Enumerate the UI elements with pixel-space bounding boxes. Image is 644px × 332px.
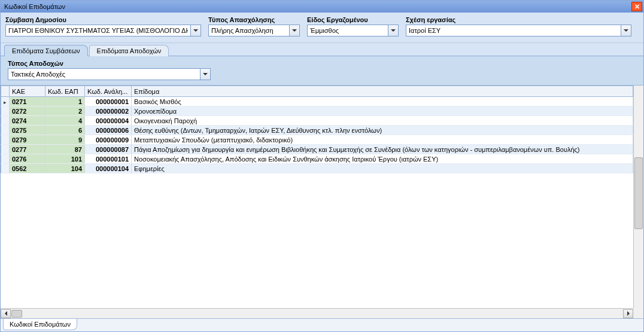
row-indicator	[1, 116, 10, 126]
table-row[interactable]: 02711000000001Βασικός Μισθός	[1, 97, 633, 106]
row-indicator	[1, 154, 10, 164]
col-anal[interactable]: Κωδ. Ανάλη...	[85, 86, 132, 97]
table-row[interactable]: 0276101000000101Νοσοκομειακής Απασχόληση…	[1, 154, 633, 164]
vertical-scrollbar[interactable]	[633, 86, 643, 308]
cell-eap[interactable]: 101	[45, 154, 85, 164]
cell-epidoma[interactable]: Βασικός Μισθός	[132, 97, 633, 106]
cell-anal[interactable]: 000000009	[85, 135, 132, 145]
table-row[interactable]: 027787000000087Πάγια Αποζημίωση για δημι…	[1, 145, 633, 154]
close-button[interactable]: ✕	[631, 2, 642, 11]
contract-combo[interactable]	[5, 25, 191, 36]
cell-eap[interactable]: 87	[45, 145, 85, 154]
cell-anal[interactable]: 000000002	[85, 106, 132, 116]
cell-kae[interactable]: 0279	[10, 135, 45, 145]
empkind-combo[interactable]	[307, 25, 388, 36]
cell-anal[interactable]: 000000001	[85, 97, 132, 106]
emptype-label: Τύπος Απασχόλησης	[208, 16, 300, 23]
scroll-corner	[633, 308, 643, 318]
cell-epidoma[interactable]: Οικογενειακή Παροχή	[132, 116, 633, 126]
horizontal-scrollbar[interactable]	[1, 308, 633, 318]
cell-anal[interactable]: 000000087	[85, 145, 132, 154]
cell-anal[interactable]: 000000004	[85, 116, 132, 126]
chevron-down-icon[interactable]	[201, 68, 211, 80]
cell-epidoma[interactable]: Πάγια Αποζημίωση για δημιουργία και ενημ…	[132, 145, 633, 154]
cell-anal[interactable]: 000000104	[85, 164, 132, 173]
row-indicator	[1, 145, 10, 154]
cell-eap[interactable]: 9	[45, 135, 85, 145]
chevron-down-icon[interactable]	[191, 25, 201, 36]
cell-epidoma[interactable]: Εφημερίες	[132, 164, 633, 173]
cell-kae[interactable]: 0562	[10, 164, 45, 173]
scroll-left-icon[interactable]	[1, 309, 11, 318]
tab-contracts[interactable]: Επιδόματα Συμβάσεων	[4, 45, 88, 56]
table-row[interactable]: 02799000000009Μεταπτυχιακών Σπουδών (μετ…	[1, 135, 633, 145]
row-indicator	[1, 106, 10, 116]
col-kae[interactable]: ΚΑΕ	[10, 86, 45, 97]
cell-kae[interactable]: 0272	[10, 106, 45, 116]
grid-area: ΚΑΕ Κωδ. ΕΑΠ Κωδ. Ανάλη... Επίδομα 02711…	[1, 86, 643, 318]
empkind-label: Είδος Εργαζομένου	[307, 16, 399, 23]
cell-anal[interactable]: 000000101	[85, 154, 132, 164]
sub-panel: Τύπος Αποδοχών	[1, 56, 643, 86]
window-title: Κωδικοί Επιδομάτων	[4, 3, 65, 10]
table-row[interactable]: 0562104000000104Εφημερίες	[1, 164, 633, 173]
cell-kae[interactable]: 0271	[10, 97, 45, 106]
scrollbar-thumb[interactable]	[11, 310, 22, 318]
bottom-tab-row: Κωδικοί Επιδομάτων	[1, 318, 643, 331]
cell-epidoma[interactable]: Χρονοεπίδομα	[132, 106, 633, 116]
row-indicator	[1, 135, 10, 145]
relation-combo[interactable]	[406, 25, 621, 36]
cell-epidoma[interactable]: Θέσης ευθύνης (Δντων, Τμηματαρχών, Ιατρώ…	[132, 126, 633, 135]
col-epidoma[interactable]: Επίδομα	[132, 86, 633, 97]
cell-anal[interactable]: 000000006	[85, 126, 132, 135]
table-row[interactable]: 02756000000006Θέσης ευθύνης (Δντων, Τμημ…	[1, 126, 633, 135]
chevron-down-icon[interactable]	[290, 25, 300, 36]
close-icon: ✕	[634, 4, 640, 10]
cell-eap[interactable]: 4	[45, 116, 85, 126]
paytype-combo[interactable]	[8, 68, 201, 80]
col-eap[interactable]: Κωδ. ΕΑΠ	[45, 86, 85, 97]
row-indicator	[1, 97, 10, 106]
cell-kae[interactable]: 0277	[10, 145, 45, 154]
allowances-grid[interactable]: ΚΑΕ Κωδ. ΕΑΠ Κωδ. Ανάλη... Επίδομα 02711…	[1, 86, 633, 173]
tab-payroll[interactable]: Επιδόματα Αποδοχών	[89, 45, 169, 56]
cell-epidoma[interactable]: Νοσοκομειακής Απασχόλησης, Απόδοσης και …	[132, 154, 633, 164]
table-row[interactable]: 02722000000002Χρονοεπίδομα	[1, 106, 633, 116]
row-indicator	[1, 164, 10, 173]
relation-label: Σχέση εργασίας	[406, 16, 639, 23]
chevron-down-icon[interactable]	[621, 25, 631, 36]
emptype-combo[interactable]	[208, 25, 290, 36]
row-header-col	[1, 86, 10, 97]
contract-label: Σύμβαση Δημοσίου	[5, 16, 201, 23]
filter-panel: Σύμβαση Δημοσίου Τύπος Απασχόλησης Είδος…	[1, 13, 643, 43]
cell-kae[interactable]: 0274	[10, 116, 45, 126]
cell-eap[interactable]: 2	[45, 106, 85, 116]
tab-row: Επιδόματα Συμβάσεων Επιδόματα Αποδοχών	[1, 43, 643, 56]
chevron-down-icon[interactable]	[388, 25, 399, 36]
cell-eap[interactable]: 104	[45, 164, 85, 173]
cell-eap[interactable]: 1	[45, 97, 85, 106]
cell-eap[interactable]: 6	[45, 126, 85, 135]
scrollbar-thumb[interactable]	[634, 157, 643, 229]
cell-kae[interactable]: 0276	[10, 154, 45, 164]
scroll-right-icon[interactable]	[623, 309, 633, 318]
titlebar: Κωδικοί Επιδομάτων ✕	[1, 1, 643, 13]
cell-epidoma[interactable]: Μεταπτυχιακών Σπουδών (μεταπτυχιακό, διδ…	[132, 135, 633, 145]
paytype-label: Τύπος Αποδοχών	[8, 60, 639, 67]
bottom-tab-codes[interactable]: Κωδικοί Επιδομάτων	[3, 319, 77, 330]
cell-kae[interactable]: 0275	[10, 126, 45, 135]
table-row[interactable]: 02744000000004Οικογενειακή Παροχή	[1, 116, 633, 126]
row-indicator	[1, 126, 10, 135]
